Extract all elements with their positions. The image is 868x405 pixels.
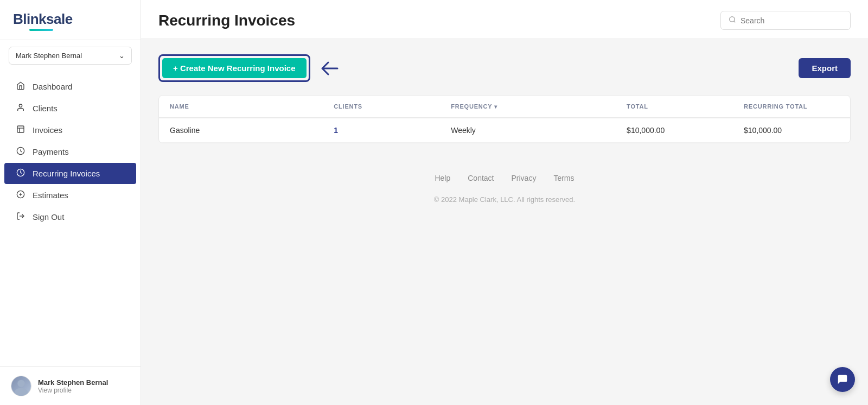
sidebar: Blinksale Mark Stephen Bernal ⌄ Dashboar… [0, 0, 141, 405]
sidebar-item-label: Invoices [33, 125, 62, 135]
sidebar-item-label: Payments [33, 147, 69, 156]
sidebar-item-invoices[interactable]: Invoices [4, 119, 136, 141]
footer-link-terms[interactable]: Terms [553, 174, 574, 182]
create-btn-highlight: + Create New Recurring Invoice [158, 54, 310, 82]
create-recurring-invoice-button[interactable]: + Create New Recurring Invoice [162, 58, 307, 78]
sidebar-item-label: Dashboard [33, 82, 72, 91]
estimates-icon [15, 190, 26, 200]
nav-list: Dashboard Clients Invoices [0, 71, 141, 366]
search-input[interactable] [741, 16, 843, 25]
export-button[interactable]: Export [799, 58, 851, 78]
home-icon [15, 81, 26, 92]
top-bar: Recurring Invoices [141, 0, 868, 39]
avatar-initials [11, 376, 31, 396]
cell-name: Gasoline [159, 118, 323, 143]
logo-text: Blinksale [13, 11, 73, 27]
sidebar-item-label: Sign Out [33, 212, 64, 222]
chevron-down-icon: ⌄ [119, 52, 125, 60]
col-header-clients: CLIENTS [323, 96, 440, 118]
footer-link-privacy[interactable]: Privacy [512, 174, 537, 182]
create-btn-wrapper: + Create New Recurring Invoice [158, 54, 339, 82]
svg-point-12 [730, 17, 735, 22]
footer-link-help[interactable]: Help [435, 174, 450, 182]
view-profile-link[interactable]: View profile [38, 387, 108, 394]
copyright: © 2022 Maple Clark, LLC. All rights rese… [158, 195, 851, 204]
invoices-icon [15, 125, 26, 135]
search-icon [729, 16, 736, 25]
cell-clients[interactable]: 1 [323, 118, 440, 143]
sidebar-item-label: Recurring Invoices [33, 169, 100, 178]
content-area: + Create New Recurring Invoice Export NA… [141, 39, 868, 405]
col-header-name: NAME [159, 96, 323, 118]
sidebar-item-estimates[interactable]: Estimates [4, 185, 136, 206]
sidebar-item-label: Estimates [33, 191, 68, 200]
svg-point-11 [15, 388, 28, 396]
cell-frequency: Weekly [440, 118, 616, 143]
sidebar-item-payments[interactable]: Payments [4, 141, 136, 162]
sidebar-item-sign-out[interactable]: Sign Out [4, 206, 136, 227]
logo-area: Blinksale [0, 0, 141, 40]
sidebar-item-clients[interactable]: Clients [4, 98, 136, 119]
recurring-icon [15, 168, 26, 179]
svg-rect-1 [17, 126, 24, 132]
footer-links: Help Contact Privacy Terms [158, 165, 851, 191]
sidebar-item-dashboard[interactable]: Dashboard [4, 76, 136, 97]
footer-user-info: Mark Stephen Bernal View profile [38, 378, 108, 394]
svg-line-13 [734, 21, 736, 23]
chat-widget[interactable] [830, 367, 855, 392]
main-content: Recurring Invoices + Create New Recurrin… [141, 0, 868, 405]
footer-user-name: Mark Stephen Bernal [38, 378, 108, 387]
payments-icon [15, 147, 26, 157]
page-title: Recurring Invoices [158, 12, 295, 29]
col-header-recurring-total: RECURRING TOTAL [733, 96, 850, 118]
action-row: + Create New Recurring Invoice Export [158, 54, 851, 82]
logo-accent [29, 29, 53, 31]
svg-point-0 [19, 104, 22, 107]
col-header-frequency[interactable]: FREQUENCY ▾ [440, 96, 616, 118]
avatar [11, 376, 31, 396]
search-box[interactable] [720, 11, 851, 30]
cell-recurring-total: $10,000.00 [733, 118, 850, 143]
sign-out-icon [15, 212, 26, 222]
table-row[interactable]: Gasoline 1 Weekly $10,000.00 $10,000.00 [159, 118, 850, 143]
clients-icon [15, 103, 26, 113]
sidebar-item-label: Clients [33, 104, 58, 113]
svg-point-10 [17, 380, 24, 387]
account-name: Mark Stephen Bernal [16, 52, 82, 60]
sort-arrow-icon: ▾ [494, 104, 497, 110]
account-selector[interactable]: Mark Stephen Bernal ⌄ [9, 47, 132, 65]
sidebar-item-recurring-invoices[interactable]: Recurring Invoices [4, 163, 136, 184]
footer-link-contact[interactable]: Contact [468, 174, 494, 182]
col-header-total: TOTAL [616, 96, 733, 118]
sidebar-footer: Mark Stephen Bernal View profile [0, 366, 141, 405]
cell-total: $10,000.00 [616, 118, 733, 143]
invoices-table: NAME CLIENTS FREQUENCY ▾ TOTAL [158, 95, 851, 143]
arrow-left-icon [319, 60, 339, 77]
